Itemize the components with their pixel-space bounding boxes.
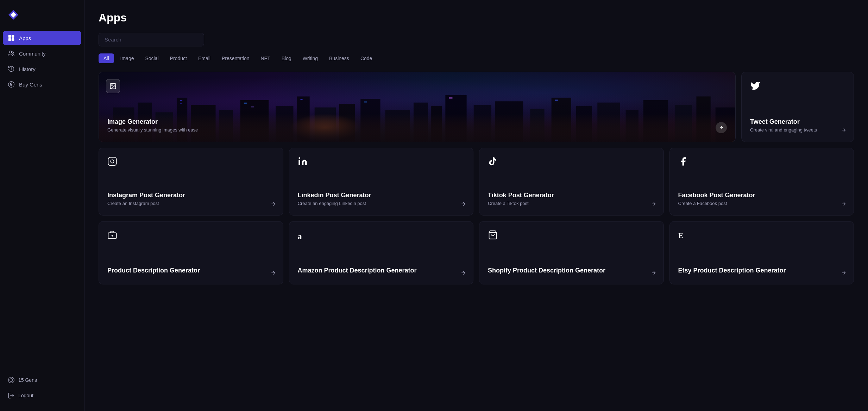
history-icon	[8, 65, 15, 72]
card-amazon[interactable]: a Amazon Product Description Generator	[289, 221, 474, 284]
linkedin-content: Linkedin Post Generator Create an engagi…	[298, 192, 465, 207]
tab-all[interactable]: All	[99, 53, 114, 63]
shopify-title: Shopify Product Description Generator	[488, 267, 655, 274]
logout-button[interactable]: Logout	[3, 388, 81, 403]
sidebar-bottom: 15 Gens Logout	[0, 370, 84, 405]
sidebar-item-apps[interactable]: Apps	[3, 31, 81, 45]
sidebar-item-apps-label: Apps	[19, 35, 31, 41]
sidebar-item-history[interactable]: History	[3, 62, 81, 76]
card-facebook[interactable]: Facebook Post Generator Create a Faceboo…	[669, 148, 854, 216]
product-desc-icon	[107, 230, 275, 251]
logout-icon	[8, 392, 15, 399]
page-title: Apps	[99, 11, 854, 24]
logo[interactable]	[0, 6, 84, 31]
svg-rect-37	[180, 103, 182, 104]
svg-rect-3	[12, 38, 14, 41]
tab-product[interactable]: Product	[165, 53, 192, 63]
etsy-content: Etsy Product Description Generator	[678, 267, 845, 276]
tiktok-title: Tiktok Post Generator	[488, 192, 655, 199]
gens-count-label: 15 Gens	[18, 377, 37, 383]
card-tiktok[interactable]: Tiktok Post Generator Create a Tiktok po…	[479, 148, 664, 216]
svg-point-52	[298, 157, 300, 159]
tab-nft[interactable]: NFT	[256, 53, 275, 63]
tab-email[interactable]: Email	[193, 53, 215, 63]
image-generator-content: Image Generator Generate visually stunni…	[99, 110, 735, 142]
instagram-content: Instagram Post Generator Create an Insta…	[107, 192, 275, 207]
svg-rect-42	[449, 97, 452, 99]
apps-icon	[8, 34, 15, 41]
amazon-title: Amazon Product Description Generator	[298, 267, 465, 274]
svg-rect-38	[244, 103, 247, 104]
tab-code[interactable]: Code	[356, 53, 377, 63]
tab-presentation[interactable]: Presentation	[217, 53, 254, 63]
shopify-icon	[488, 230, 655, 251]
tab-image[interactable]: Image	[115, 53, 139, 63]
instagram-desc: Create an Instagram post	[107, 200, 275, 207]
tab-writing[interactable]: Writing	[298, 53, 323, 63]
search-input[interactable]	[99, 33, 204, 46]
sidebar-item-buy-gens[interactable]: Buy Gens	[3, 77, 81, 91]
filter-tabs: All Image Social Product Email Presentat…	[99, 53, 854, 63]
sidebar-item-community-label: Community	[19, 51, 46, 57]
product-desc-arrow	[270, 270, 276, 277]
sidebar-item-community[interactable]: Community	[3, 46, 81, 60]
twitter-icon	[750, 81, 845, 94]
linkedin-arrow	[460, 201, 466, 208]
product-desc-content: Product Description Generator	[107, 267, 275, 276]
instagram-icon	[107, 156, 275, 178]
card-etsy[interactable]: E Etsy Product Description Generator	[669, 221, 854, 284]
card-image-generator[interactable]: Image Generator Generate visually stunni…	[99, 72, 736, 142]
tweet-generator-content: Tweet Generator Create viral and engagin…	[750, 118, 845, 133]
product-desc-title: Product Description Generator	[107, 267, 275, 274]
svg-text:E: E	[678, 232, 683, 240]
instagram-arrow	[270, 201, 276, 208]
linkedin-desc: Create an engaging Linkedin post	[298, 200, 465, 207]
linkedin-title: Linkedin Post Generator	[298, 192, 465, 199]
svg-point-45	[112, 85, 113, 86]
svg-rect-2	[8, 38, 11, 41]
sidebar-item-buy-gens-label: Buy Gens	[19, 82, 42, 88]
tab-business[interactable]: Business	[324, 53, 354, 63]
svg-point-4	[9, 51, 12, 53]
amazon-arrow	[460, 270, 466, 277]
tiktok-arrow	[651, 201, 656, 208]
tweet-generator-desc: Create viral and engaging tweets	[750, 127, 845, 133]
image-generator-arrow	[716, 122, 727, 133]
tiktok-content: Tiktok Post Generator Create a Tiktok po…	[488, 192, 655, 207]
instagram-title: Instagram Post Generator	[107, 192, 275, 199]
svg-point-6	[8, 377, 14, 383]
search-container	[99, 33, 854, 46]
svg-point-5	[12, 52, 14, 53]
svg-rect-43	[555, 100, 558, 101]
gens-icon	[8, 377, 15, 384]
card-shopify[interactable]: Shopify Product Description Generator	[479, 221, 664, 284]
tab-blog[interactable]: Blog	[277, 53, 296, 63]
card-tweet-generator[interactable]: Tweet Generator Create viral and engagin…	[741, 72, 854, 142]
svg-rect-41	[364, 102, 367, 103]
svg-point-49	[111, 160, 114, 163]
shopify-content: Shopify Product Description Generator	[488, 267, 655, 276]
tab-social[interactable]: Social	[140, 53, 163, 63]
svg-rect-48	[108, 157, 116, 165]
etsy-icon: E	[678, 230, 845, 251]
tiktok-desc: Create a Tiktok post	[488, 200, 655, 207]
svg-rect-36	[180, 100, 182, 101]
svg-rect-0	[8, 35, 11, 38]
shopify-arrow	[651, 270, 656, 277]
etsy-title: Etsy Product Description Generator	[678, 267, 845, 274]
card-instagram[interactable]: Instagram Post Generator Create an Insta…	[99, 148, 283, 216]
svg-rect-39	[251, 107, 254, 108]
etsy-arrow	[841, 270, 847, 277]
facebook-desc: Create a Facebook post	[678, 200, 845, 207]
amazon-icon: a	[298, 230, 465, 251]
image-generator-icon	[106, 79, 120, 93]
facebook-title: Facebook Post Generator	[678, 192, 845, 199]
buy-gens-icon	[8, 81, 15, 88]
main-content: Apps All Image Social Product Email Pres…	[84, 0, 868, 411]
facebook-arrow	[841, 201, 847, 208]
card-linkedin[interactable]: Linkedin Post Generator Create an engagi…	[289, 148, 474, 216]
card-product-desc[interactable]: Product Description Generator	[99, 221, 283, 284]
amazon-content: Amazon Product Description Generator	[298, 267, 465, 276]
facebook-content: Facebook Post Generator Create a Faceboo…	[678, 192, 845, 207]
gens-balance[interactable]: 15 Gens	[3, 373, 81, 387]
